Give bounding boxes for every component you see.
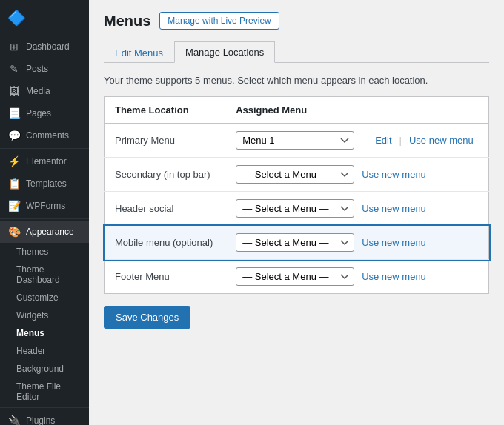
nav-posts-label: Posts — [26, 64, 48, 74]
pages-icon: 📃 — [7, 107, 21, 119]
location-label: Primary Menu — [105, 124, 226, 158]
templates-icon: 📋 — [7, 178, 21, 190]
location-label: Secondary (in top bar) — [105, 158, 226, 192]
nav-posts[interactable]: ✎ Posts — [0, 58, 89, 80]
nav-pages-label: Pages — [26, 108, 51, 118]
subnav-widgets[interactable]: Widgets — [0, 307, 89, 324]
nav-media-label: Media — [26, 86, 50, 96]
nav-comments[interactable]: 💬 Comments — [0, 124, 89, 147]
subnav-themes[interactable]: Themes — [0, 243, 89, 261]
save-changes-button[interactable]: Save Changes — [104, 306, 190, 329]
nav-pages[interactable]: 📃 Pages — [0, 102, 89, 124]
location-label: Header social — [105, 192, 226, 226]
menu-select-footer[interactable]: — Select a Menu — — [236, 267, 354, 286]
nav-dashboard[interactable]: ⊞ Dashboard — [0, 36, 89, 58]
dashboard-icon: ⊞ — [7, 41, 21, 53]
tabs: Edit Menus Manage Locations — [104, 41, 489, 63]
subnav-menus[interactable]: Menus — [0, 324, 89, 342]
table-row: Footer Menu — Select a Menu — Use new me… — [105, 260, 489, 294]
media-icon: 🖼 — [7, 85, 21, 97]
comments-icon: 💬 — [7, 130, 21, 141]
appearance-icon: 🎨 — [7, 226, 21, 238]
assigned-cell: — Select a Menu — Use new menu — [225, 226, 488, 260]
table-row: Secondary (in top bar) — Select a Menu —… — [105, 158, 489, 192]
posts-icon: ✎ — [7, 63, 21, 75]
use-new-menu-primary[interactable]: Use new menu — [409, 135, 474, 146]
subnav-header[interactable]: Header — [0, 342, 89, 360]
subnav-theme-file-editor[interactable]: Theme File Editor — [0, 378, 89, 406]
subnav-theme-dashboard[interactable]: Theme Dashboard — [0, 261, 89, 289]
page-header: Menus Manage with Live Preview — [104, 12, 489, 30]
use-new-menu-secondary[interactable]: Use new menu — [362, 169, 426, 180]
nav-elementor[interactable]: ⚡ Elementor — [0, 150, 89, 173]
nav-media[interactable]: 🖼 Media — [0, 80, 89, 102]
subnav-background[interactable]: Background — [0, 360, 89, 378]
use-new-menu-mobile[interactable]: Use new menu — [362, 237, 426, 248]
nav-appearance-label: Appearance — [26, 227, 74, 237]
nav-section-appearance: 🎨 Appearance Themes Theme Dashboard Cust… — [0, 218, 89, 406]
nav-templates[interactable]: 📋 Templates — [0, 173, 89, 195]
table-row: Primary Menu Menu 1 Edit | Use new menu — [105, 124, 489, 158]
table-row: Header social — Select a Menu — Use new … — [105, 192, 489, 226]
assigned-cell: Menu 1 Edit | Use new menu — [225, 124, 488, 158]
wp-icon: 🔷 — [7, 9, 26, 27]
assigned-cell: — Select a Menu — Use new menu — [225, 260, 488, 294]
nav-comments-label: Comments — [26, 130, 69, 141]
nav-plugins-label: Plugins — [26, 415, 55, 425]
menu-locations-table: Theme Location Assigned Menu Primary Men… — [104, 96, 489, 294]
nav-appearance[interactable]: 🎨 Appearance — [0, 221, 89, 243]
elementor-icon: ⚡ — [7, 155, 21, 167]
nav-plugins[interactable]: 🔌 Plugins — [0, 409, 89, 425]
wpforms-icon: 📝 — [7, 200, 21, 212]
nav-section-elementor: ⚡ Elementor 📋 Templates 📝 WPForms — [0, 148, 89, 217]
menu-select-header-social[interactable]: — Select a Menu — — [236, 199, 354, 218]
nav-wpforms[interactable]: 📝 WPForms — [0, 195, 89, 217]
edit-link-primary[interactable]: Edit — [375, 135, 391, 146]
main-content: Menus Manage with Live Preview Edit Menu… — [89, 0, 504, 425]
menu-select-mobile[interactable]: — Select a Menu — — [236, 233, 354, 252]
tab-manage-locations[interactable]: Manage Locations — [174, 41, 275, 63]
use-new-menu-header-social[interactable]: Use new menu — [362, 203, 426, 214]
col-theme-location: Theme Location — [105, 97, 226, 124]
nav-templates-label: Templates — [26, 178, 67, 189]
wp-logo: 🔷 — [0, 0, 89, 36]
manage-preview-button[interactable]: Manage with Live Preview — [159, 12, 279, 30]
pipe-separator: | — [399, 135, 402, 146]
sidebar: 🔷 ⊞ Dashboard ✎ Posts 🖼 Media 📃 Pages 💬 … — [0, 0, 89, 425]
assigned-cell: — Select a Menu — Use new menu — [225, 158, 488, 192]
use-new-menu-footer[interactable]: Use new menu — [362, 271, 426, 282]
menu-select-primary[interactable]: Menu 1 — [236, 131, 354, 150]
description: Your theme supports 5 menus. Select whic… — [104, 75, 489, 86]
nav-wpforms-label: WPForms — [26, 201, 65, 211]
location-label: Footer Menu — [105, 260, 226, 294]
location-label: Mobile menu (optional) — [105, 226, 226, 260]
tab-edit-menus[interactable]: Edit Menus — [104, 41, 174, 63]
col-assigned-menu: Assigned Menu — [225, 97, 488, 124]
nav-section-plugins: 🔌 Plugins 👤 Users 🔧 Tools ⚙ Settings — [0, 407, 89, 425]
page-title: Menus — [104, 13, 150, 30]
nav-dashboard-label: Dashboard — [26, 41, 70, 52]
plugins-icon: 🔌 — [7, 415, 21, 425]
subnav-customize[interactable]: Customize — [0, 289, 89, 307]
assigned-cell: — Select a Menu — Use new menu — [225, 192, 488, 226]
nav-elementor-label: Elementor — [26, 156, 67, 167]
menu-select-secondary[interactable]: — Select a Menu — — [236, 165, 354, 184]
table-row: Mobile menu (optional) — Select a Menu —… — [105, 226, 489, 260]
